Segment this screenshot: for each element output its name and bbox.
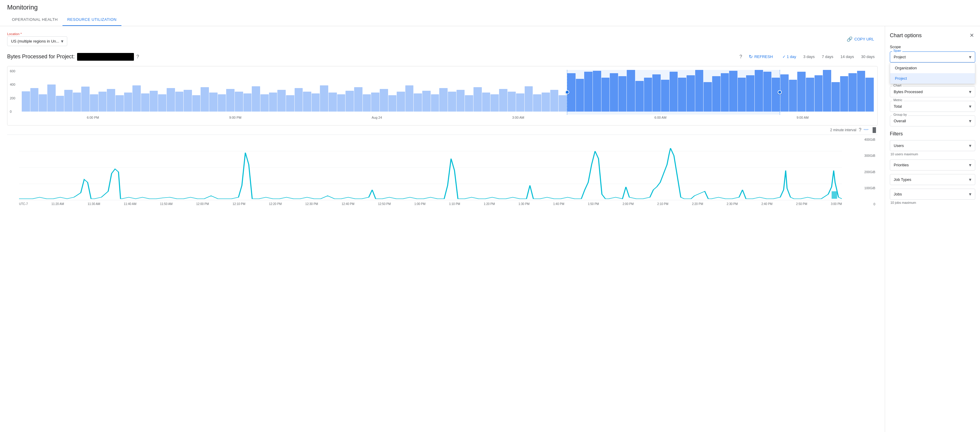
tab-resource-utilization[interactable]: RESOURCE UTILIZATION (62, 14, 121, 26)
bar-item (30, 88, 39, 111)
bar-item (865, 78, 874, 111)
bar-item (218, 94, 226, 111)
bar-item (678, 78, 686, 111)
right-panel: Chart options ✕ Scope Span Project ▾ Org… (885, 26, 980, 432)
bar-item (345, 91, 354, 111)
refresh-button[interactable]: ↻ REFRESH (746, 52, 776, 61)
help-icon[interactable]: ? (136, 54, 139, 59)
bar-item (576, 79, 584, 111)
close-button[interactable]: ✕ (968, 31, 975, 40)
tab-operational-health[interactable]: OPERATIONAL HEALTH (7, 14, 62, 26)
chart-dropdown-container: Chart Bytes Processed ▾ (890, 86, 975, 97)
jobs-filter-container: Jobs ▾ 10 jobs maximum (890, 189, 975, 204)
bar-item (431, 94, 439, 111)
groupby-dropdown-label: Group by (892, 113, 908, 116)
bar-item (644, 78, 652, 111)
bar-item (465, 95, 473, 111)
bar-item (329, 92, 337, 111)
span-option-project[interactable]: Project (890, 73, 975, 84)
bar-item (797, 72, 806, 111)
copy-url-button[interactable]: 🔗 COPY URL (843, 34, 878, 44)
chart-chevron-icon: ▾ (969, 89, 971, 95)
bar-item (363, 94, 371, 111)
chart-help-icon[interactable]: ? (740, 54, 742, 59)
dropdown-label: Span (892, 49, 902, 52)
bar-item (150, 91, 158, 111)
metric-dropdown[interactable]: Metric Total ▾ (890, 101, 975, 112)
time-btn-30days[interactable]: 30 days (858, 52, 878, 61)
bar-item (243, 94, 252, 111)
detail-chart: 400GiB 300GiB 200GiB 100GiB 0 (7, 135, 878, 218)
bar-item (141, 94, 150, 111)
bar-item (457, 90, 465, 111)
location-row: Location * US (multiple regions in Un...… (7, 32, 878, 46)
bar-item (848, 73, 857, 111)
metric-dropdown-container: Metric Total ▾ (890, 101, 975, 112)
bar-item (56, 96, 64, 111)
bar-item (73, 92, 81, 111)
span-dropdown-container: Span Project ▾ Organization Project (890, 51, 975, 62)
location-select[interactable]: US (multiple regions in Un... ▾ (7, 36, 67, 46)
bar-chart-icon[interactable]: ▐▌ (871, 127, 878, 133)
bar-item (200, 87, 209, 111)
bar-item (695, 70, 703, 111)
bar-item (235, 92, 243, 111)
jobs-hint: 10 jobs maximum (890, 201, 975, 204)
line-chart-icon[interactable]: 〰 (864, 127, 869, 133)
bar-item (397, 92, 405, 111)
bar-item (107, 89, 115, 111)
chart-dropdown[interactable]: Chart Bytes Processed ▾ (890, 86, 975, 97)
span-dropdown[interactable]: Span Project ▾ (890, 51, 975, 62)
bar-item (286, 95, 294, 111)
time-btn-7days[interactable]: 7 days (819, 52, 836, 61)
bar-item (567, 73, 576, 111)
priorities-filter[interactable]: Priorities ▾ (890, 159, 975, 170)
bar-item (81, 87, 89, 111)
span-option-organization[interactable]: Organization (890, 63, 975, 73)
location-label: Location * (7, 32, 67, 36)
time-btn-1day[interactable]: 1 day (780, 52, 799, 61)
bar-item (619, 76, 627, 111)
time-btn-3days[interactable]: 3 days (800, 52, 818, 61)
jobs-filter[interactable]: Jobs ▾ (890, 189, 975, 200)
interval-help-icon[interactable]: ? (859, 127, 861, 133)
job-types-filter[interactable]: Job Types ▾ (890, 174, 975, 185)
bar-item (39, 94, 47, 111)
location-field: Location * US (multiple regions in Un...… (7, 32, 67, 46)
interval-icons: 〰 ▐▌ (864, 127, 878, 133)
bar-item (738, 78, 746, 111)
main-layout: Location * US (multiple regions in Un...… (0, 26, 980, 432)
bar-item (124, 92, 132, 111)
bar-item (158, 94, 166, 111)
filters-title: Filters (890, 131, 975, 137)
span-dropdown-menu: Organization Project (890, 62, 975, 84)
bar-item (815, 75, 823, 111)
bar-item (764, 72, 772, 111)
bar-item (474, 87, 482, 111)
bar-item (167, 88, 175, 111)
bar-item (550, 90, 558, 111)
bar-item (482, 92, 490, 111)
users-chevron-icon: ▾ (969, 143, 971, 148)
bar-item (371, 92, 379, 111)
refresh-icon: ↻ (749, 54, 752, 59)
jobs-chevron-icon: ▾ (969, 191, 971, 197)
time-btn-14days[interactable]: 14 days (837, 52, 857, 61)
bar-item (652, 75, 661, 111)
bar-item (542, 92, 550, 111)
bar-item (635, 81, 644, 111)
bar-item (22, 91, 30, 111)
chevron-down-icon: ▾ (61, 38, 64, 44)
chevron-down-icon: ▾ (969, 54, 971, 60)
panel-header: Chart options ✕ (890, 31, 975, 40)
job-types-chevron-icon: ▾ (969, 177, 971, 183)
bar-item (192, 95, 200, 111)
page-header: Monitoring OPERATIONAL HEALTH RESOURCE U… (0, 0, 980, 26)
bar-item (422, 91, 431, 111)
groupby-dropdown[interactable]: Group by Overall ▾ (890, 116, 975, 127)
users-filter[interactable]: Users ▾ (890, 140, 975, 151)
bar-item (533, 94, 541, 111)
bar-item (670, 72, 678, 111)
app-container: Monitoring OPERATIONAL HEALTH RESOURCE U… (0, 0, 980, 432)
bar-item (132, 86, 141, 111)
